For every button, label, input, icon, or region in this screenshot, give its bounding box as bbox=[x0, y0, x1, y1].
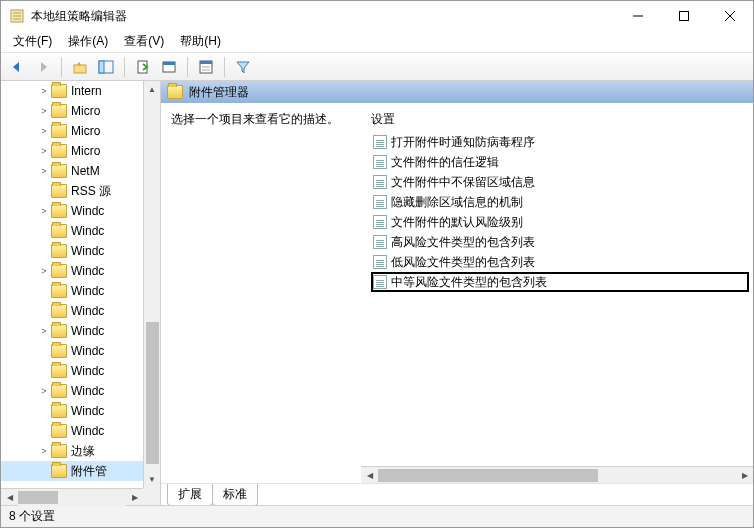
expander-icon[interactable]: > bbox=[37, 166, 51, 176]
folder-icon bbox=[51, 124, 67, 138]
refresh-button[interactable] bbox=[157, 55, 181, 79]
tab-extended[interactable]: 扩展 bbox=[167, 484, 213, 506]
policy-icon bbox=[373, 275, 387, 289]
scroll-thumb[interactable] bbox=[146, 322, 159, 464]
folder-icon bbox=[51, 84, 67, 98]
back-button[interactable] bbox=[5, 55, 29, 79]
setting-label: 文件附件的默认风险级别 bbox=[391, 214, 523, 231]
maximize-button[interactable] bbox=[661, 1, 707, 31]
expander-icon[interactable]: > bbox=[37, 386, 51, 396]
toolbar-separator bbox=[187, 57, 188, 77]
svg-rect-15 bbox=[200, 61, 212, 64]
expander-icon[interactable]: > bbox=[37, 146, 51, 156]
tree-horizontal-scrollbar[interactable]: ◀ ▶ bbox=[1, 488, 143, 505]
tree-item[interactable]: Windc bbox=[1, 241, 143, 261]
setting-item[interactable]: 打开附件时通知防病毒程序 bbox=[371, 132, 749, 152]
settings-column: 设置 打开附件时通知防病毒程序文件附件的信任逻辑文件附件中不保留区域信息隐藏删除… bbox=[361, 103, 753, 483]
tree-item[interactable]: Windc bbox=[1, 401, 143, 421]
tree-item[interactable]: >Windc bbox=[1, 261, 143, 281]
settings-column-header[interactable]: 设置 bbox=[361, 103, 753, 132]
setting-label: 高风险文件类型的包含列表 bbox=[391, 234, 535, 251]
tree-item-label: Windc bbox=[71, 324, 104, 338]
scroll-thumb[interactable] bbox=[378, 469, 598, 482]
scroll-left-icon[interactable]: ◀ bbox=[1, 489, 18, 506]
tree-item-label: Micro bbox=[71, 124, 100, 138]
tree-item[interactable]: Windc bbox=[1, 281, 143, 301]
scroll-down-icon[interactable]: ▼ bbox=[144, 471, 160, 488]
scroll-right-icon[interactable]: ▶ bbox=[126, 489, 143, 506]
minimize-button[interactable] bbox=[615, 1, 661, 31]
export-button[interactable] bbox=[131, 55, 155, 79]
setting-item[interactable]: 文件附件的默认风险级别 bbox=[371, 212, 749, 232]
tree-item[interactable]: Windc bbox=[1, 221, 143, 241]
tree-item[interactable]: Windc bbox=[1, 341, 143, 361]
folder-icon bbox=[51, 344, 67, 358]
tree-item[interactable]: >Intern bbox=[1, 81, 143, 101]
menu-file[interactable]: 文件(F) bbox=[5, 31, 60, 52]
setting-item[interactable]: 文件附件中不保留区域信息 bbox=[371, 172, 749, 192]
setting-item[interactable]: 高风险文件类型的包含列表 bbox=[371, 232, 749, 252]
expander-icon[interactable]: > bbox=[37, 206, 51, 216]
filter-button[interactable] bbox=[231, 55, 255, 79]
expander-icon[interactable]: > bbox=[37, 266, 51, 276]
tree-item[interactable]: >NetM bbox=[1, 161, 143, 181]
scroll-track[interactable] bbox=[378, 467, 736, 483]
close-button[interactable] bbox=[707, 1, 753, 31]
expander-icon[interactable]: > bbox=[37, 106, 51, 116]
tree-item[interactable]: >Windc bbox=[1, 201, 143, 221]
tree-vertical-scrollbar[interactable]: ▲ ▼ bbox=[143, 81, 160, 488]
expander-icon[interactable]: > bbox=[37, 86, 51, 96]
forward-button[interactable] bbox=[31, 55, 55, 79]
tree-item[interactable]: Windc bbox=[1, 361, 143, 381]
tree-item[interactable]: >Micro bbox=[1, 101, 143, 121]
policy-icon bbox=[373, 135, 387, 149]
folder-icon bbox=[51, 324, 67, 338]
tree-item-label: Windc bbox=[71, 264, 104, 278]
scroll-left-icon[interactable]: ◀ bbox=[361, 467, 378, 483]
show-hide-tree-button[interactable] bbox=[94, 55, 118, 79]
scroll-up-icon[interactable]: ▲ bbox=[144, 81, 160, 98]
tab-standard[interactable]: 标准 bbox=[212, 484, 258, 506]
expander-icon[interactable]: > bbox=[37, 326, 51, 336]
properties-button[interactable] bbox=[194, 55, 218, 79]
tree-item[interactable]: >Micro bbox=[1, 141, 143, 161]
expander-icon[interactable]: > bbox=[37, 126, 51, 136]
tree-item[interactable]: >Windc bbox=[1, 321, 143, 341]
scroll-track[interactable] bbox=[144, 98, 160, 471]
setting-item[interactable]: 文件附件的信任逻辑 bbox=[371, 152, 749, 172]
policy-icon bbox=[373, 175, 387, 189]
tree-item[interactable]: Windc bbox=[1, 301, 143, 321]
folder-icon bbox=[51, 404, 67, 418]
folder-icon bbox=[51, 244, 67, 258]
menu-help[interactable]: 帮助(H) bbox=[172, 31, 229, 52]
description-column: 选择一个项目来查看它的描述。 bbox=[161, 103, 361, 483]
scroll-thumb[interactable] bbox=[18, 491, 58, 504]
up-button[interactable] bbox=[68, 55, 92, 79]
tree-scroll: >Intern>Micro>Micro>Micro>NetMRSS 源>Wind… bbox=[1, 81, 143, 488]
tree-item[interactable]: Windc bbox=[1, 421, 143, 441]
tree-pane: >Intern>Micro>Micro>Micro>NetMRSS 源>Wind… bbox=[1, 81, 161, 505]
folder-icon bbox=[51, 204, 67, 218]
tree-item[interactable]: 附件管 bbox=[1, 461, 143, 481]
menu-view[interactable]: 查看(V) bbox=[116, 31, 172, 52]
scroll-right-icon[interactable]: ▶ bbox=[736, 467, 753, 483]
content-pane: 附件管理器 选择一个项目来查看它的描述。 设置 打开附件时通知防病毒程序文件附件… bbox=[161, 81, 753, 505]
menu-action[interactable]: 操作(A) bbox=[60, 31, 116, 52]
svg-rect-13 bbox=[163, 62, 175, 65]
tree-item-label: Windc bbox=[71, 224, 104, 238]
tree-item[interactable]: >边缘 bbox=[1, 441, 143, 461]
content-horizontal-scrollbar[interactable]: ◀ ▶ bbox=[361, 466, 753, 483]
folder-icon bbox=[51, 304, 67, 318]
setting-item[interactable]: 低风险文件类型的包含列表 bbox=[371, 252, 749, 272]
folder-icon bbox=[167, 85, 183, 99]
setting-item[interactable]: 中等风险文件类型的包含列表 bbox=[371, 272, 749, 292]
expander-icon[interactable]: > bbox=[37, 446, 51, 456]
tree-item[interactable]: >Micro bbox=[1, 121, 143, 141]
content-path-header: 附件管理器 bbox=[161, 81, 753, 103]
titlebar: 本地组策略编辑器 bbox=[1, 1, 753, 31]
setting-item[interactable]: 隐藏删除区域信息的机制 bbox=[371, 192, 749, 212]
folder-icon bbox=[51, 144, 67, 158]
tree-item[interactable]: >Windc bbox=[1, 381, 143, 401]
tree-item[interactable]: RSS 源 bbox=[1, 181, 143, 201]
scroll-track[interactable] bbox=[18, 489, 126, 506]
